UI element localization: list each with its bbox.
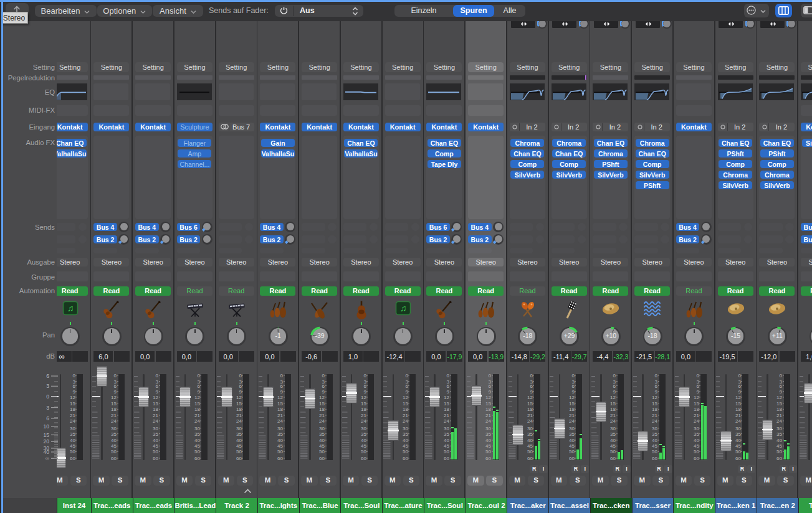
svg-text:12: 12 bbox=[569, 395, 575, 400]
svg-text:12: 12 bbox=[485, 395, 491, 400]
svg-text:15: 15 bbox=[361, 401, 366, 407]
svg-text:45: 45 bbox=[485, 443, 491, 449]
svg-text:21: 21 bbox=[111, 413, 117, 418]
svg-text:60: 60 bbox=[652, 456, 657, 461]
svg-text:21: 21 bbox=[694, 413, 699, 418]
svg-text:10: 10 bbox=[43, 423, 49, 430]
svg-text:45: 45 bbox=[569, 443, 575, 449]
svg-text:12: 12 bbox=[70, 395, 75, 400]
svg-text:50: 50 bbox=[277, 449, 283, 454]
svg-text:18: 18 bbox=[153, 407, 158, 412]
svg-text:15: 15 bbox=[70, 401, 75, 407]
svg-text:24: 24 bbox=[776, 418, 782, 424]
svg-text:45: 45 bbox=[236, 443, 242, 449]
svg-text:15: 15 bbox=[194, 401, 200, 407]
svg-text:50: 50 bbox=[610, 449, 616, 454]
svg-text:21: 21 bbox=[361, 413, 366, 418]
svg-text:30: 30 bbox=[111, 426, 117, 431]
svg-text:60: 60 bbox=[527, 456, 533, 461]
svg-text:35: 35 bbox=[652, 431, 657, 437]
svg-text:30: 30 bbox=[735, 426, 741, 431]
svg-text:21: 21 bbox=[527, 413, 533, 418]
svg-text:21: 21 bbox=[485, 413, 491, 418]
svg-text:40: 40 bbox=[70, 438, 75, 443]
svg-text:15: 15 bbox=[319, 401, 325, 407]
svg-text:18: 18 bbox=[569, 407, 575, 412]
svg-text:45: 45 bbox=[694, 443, 699, 449]
svg-text:15: 15 bbox=[776, 401, 782, 407]
svg-text:60: 60 bbox=[319, 456, 325, 461]
svg-text:30: 30 bbox=[569, 426, 575, 431]
svg-text:40: 40 bbox=[694, 438, 699, 443]
svg-text:35: 35 bbox=[776, 431, 782, 437]
svg-text:18: 18 bbox=[610, 407, 616, 412]
svg-text:24: 24 bbox=[527, 418, 533, 424]
svg-text:40: 40 bbox=[527, 438, 533, 443]
svg-text:18: 18 bbox=[694, 407, 699, 412]
svg-text:60: 60 bbox=[694, 456, 699, 461]
svg-text:45: 45 bbox=[776, 443, 782, 449]
svg-text:12: 12 bbox=[776, 395, 782, 400]
svg-text:50: 50 bbox=[485, 449, 491, 454]
svg-text:30: 30 bbox=[485, 426, 491, 431]
svg-text:50: 50 bbox=[444, 449, 449, 454]
svg-text:21: 21 bbox=[403, 413, 408, 418]
svg-text:50: 50 bbox=[361, 449, 366, 454]
svg-text:45: 45 bbox=[319, 443, 325, 449]
svg-text:40: 40 bbox=[444, 438, 449, 443]
svg-text:15: 15 bbox=[569, 401, 575, 407]
svg-text:35: 35 bbox=[319, 431, 325, 437]
svg-text:24: 24 bbox=[70, 418, 75, 424]
svg-text:40: 40 bbox=[776, 438, 782, 443]
svg-text:35: 35 bbox=[277, 431, 283, 437]
svg-text:12: 12 bbox=[527, 395, 533, 400]
svg-text:12: 12 bbox=[111, 395, 117, 400]
svg-text:45: 45 bbox=[527, 443, 533, 449]
svg-text:24: 24 bbox=[610, 418, 616, 424]
svg-text:15: 15 bbox=[610, 401, 616, 407]
svg-text:30: 30 bbox=[610, 426, 616, 431]
svg-text:21: 21 bbox=[194, 413, 200, 418]
svg-text:40: 40 bbox=[194, 438, 200, 443]
svg-text:40: 40 bbox=[610, 438, 616, 443]
svg-text:0: 0 bbox=[46, 393, 49, 400]
svg-text:3: 3 bbox=[46, 383, 49, 389]
svg-text:18: 18 bbox=[70, 407, 75, 412]
svg-text:45: 45 bbox=[194, 443, 200, 449]
svg-text:24: 24 bbox=[236, 418, 242, 424]
svg-text:15: 15 bbox=[277, 401, 283, 407]
svg-text:50: 50 bbox=[153, 449, 158, 454]
svg-text:50: 50 bbox=[319, 449, 325, 454]
svg-text:30: 30 bbox=[70, 426, 75, 431]
svg-text:18: 18 bbox=[527, 407, 533, 412]
svg-text:12: 12 bbox=[361, 395, 366, 400]
svg-text:60: 60 bbox=[236, 456, 242, 461]
svg-text:15: 15 bbox=[652, 401, 657, 407]
svg-text:30: 30 bbox=[694, 426, 699, 431]
svg-text:60: 60 bbox=[153, 456, 158, 461]
svg-text:50: 50 bbox=[569, 449, 575, 454]
svg-text:21: 21 bbox=[236, 413, 242, 418]
svg-text:15: 15 bbox=[694, 401, 699, 407]
svg-text:30: 30 bbox=[527, 426, 533, 431]
svg-text:40: 40 bbox=[319, 438, 325, 443]
svg-text:18: 18 bbox=[277, 407, 283, 412]
svg-text:45: 45 bbox=[153, 443, 158, 449]
svg-text:18: 18 bbox=[194, 407, 200, 412]
svg-text:18: 18 bbox=[403, 407, 408, 412]
svg-text:60: 60 bbox=[361, 456, 366, 461]
svg-text:40: 40 bbox=[111, 438, 117, 443]
svg-text:24: 24 bbox=[277, 418, 283, 424]
svg-text:24: 24 bbox=[694, 418, 699, 424]
svg-text:50: 50 bbox=[194, 449, 200, 454]
svg-text:18: 18 bbox=[236, 407, 242, 412]
svg-text:15: 15 bbox=[527, 401, 533, 407]
svg-text:21: 21 bbox=[153, 413, 158, 418]
svg-text:35: 35 bbox=[735, 431, 741, 437]
svg-text:35: 35 bbox=[569, 431, 575, 437]
svg-text:35: 35 bbox=[111, 431, 117, 437]
svg-text:18: 18 bbox=[776, 407, 782, 412]
svg-text:30: 30 bbox=[652, 426, 657, 431]
svg-text:12: 12 bbox=[735, 395, 741, 400]
svg-text:21: 21 bbox=[735, 413, 741, 418]
